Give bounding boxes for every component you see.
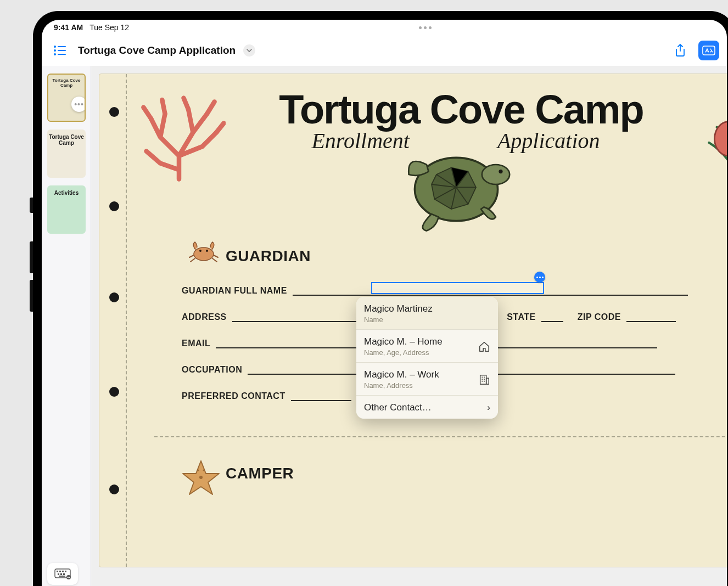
svg-point-22 [194, 247, 214, 261]
building-icon [478, 374, 490, 386]
multitask-grabber-icon[interactable] [419, 26, 432, 29]
svg-point-4 [54, 53, 56, 55]
svg-rect-14 [63, 573, 65, 575]
keyboard-toggle-button[interactable]: ••• [47, 563, 78, 585]
markup-icon [702, 46, 715, 55]
svg-point-20 [499, 170, 502, 173]
section-heading-guardian: GUARDIAN [226, 247, 311, 265]
page-thumbnail-3[interactable]: Activities [47, 185, 86, 234]
hole-punch-icon [109, 484, 119, 494]
svg-rect-30 [481, 376, 483, 377]
hole-punch-icon [109, 387, 119, 397]
svg-rect-32 [481, 379, 483, 380]
svg-rect-12 [58, 573, 59, 575]
label-state: STATE [507, 312, 536, 322]
label-occupation: OCCUPATION [182, 365, 242, 375]
home-icon [478, 341, 490, 353]
share-icon [675, 44, 686, 57]
svg-rect-34 [481, 380, 483, 381]
svg-point-24 [206, 250, 208, 252]
svg-point-25 [199, 476, 203, 479]
autofill-suggestion-3[interactable]: Magico M. – Work Name, Address [356, 363, 498, 396]
svg-rect-35 [484, 380, 485, 381]
active-text-field[interactable] [371, 282, 544, 294]
page-header: Tortuga Cove Camp Enrollment Application [99, 74, 727, 159]
svg-point-26 [198, 470, 199, 471]
label-preferred-contact: PREFERRED CONTACT [182, 391, 285, 401]
svg-rect-8 [57, 571, 58, 572]
suggestion-sub: Name, Address [364, 381, 472, 390]
workspace: Tortuga Cove Camp ••• Tortuga Cove Camp … [42, 66, 727, 586]
share-button[interactable] [670, 41, 691, 60]
suggestion-title: Magico M. – Home [364, 336, 472, 347]
chevron-down-icon [247, 48, 252, 53]
svg-rect-33 [484, 379, 485, 380]
subtitle-application: Application [497, 128, 600, 154]
other-contact-label: Other Contact… [364, 402, 480, 413]
hole-punch-icon [109, 201, 119, 211]
autofill-other-contact[interactable]: Other Contact… › [356, 396, 498, 419]
status-time: 9:41 AM [54, 23, 83, 32]
svg-text:•••: ••• [67, 576, 70, 579]
input-zip[interactable] [626, 312, 676, 322]
autofill-suggestion-1[interactable]: Magico Martinez Name [356, 297, 498, 330]
screen: 9:41 AM Tue Sep 12 Tortuga Cove Camp [42, 20, 727, 586]
input-preferred-contact[interactable] [291, 391, 351, 401]
suggestion-sub: Name [364, 315, 490, 324]
thumbnail-more-button[interactable]: ••• [71, 97, 86, 112]
svg-rect-5 [58, 54, 66, 55]
svg-rect-29 [486, 378, 489, 384]
svg-rect-15 [59, 576, 65, 577]
input-email[interactable] [216, 339, 369, 348]
chevron-right-icon: › [487, 402, 490, 413]
label-full-name: GUARDIAN FULL NAME [182, 286, 287, 296]
label-email: EMAIL [182, 339, 210, 348]
input-place-of-work[interactable] [483, 365, 675, 375]
svg-rect-3 [58, 50, 66, 51]
crab-illustration [187, 239, 220, 264]
svg-rect-9 [59, 571, 61, 572]
svg-rect-11 [65, 571, 66, 572]
svg-rect-10 [62, 571, 64, 572]
subtitle-enrollment: Enrollment [311, 128, 410, 154]
document-menu-button[interactable] [243, 44, 255, 57]
svg-rect-13 [60, 573, 62, 575]
suggestion-title: Magico M. – Work [364, 369, 472, 380]
document-toolbar: Tortuga Cove Camp Application [42, 35, 727, 66]
document-canvas[interactable]: Tortuga Cove Camp Enrollment Application… [91, 66, 727, 586]
svg-point-2 [54, 49, 56, 52]
ipad-frame: 9:41 AM Tue Sep 12 Tortuga Cove Camp [33, 11, 728, 586]
svg-point-0 [54, 46, 56, 48]
label-address: ADDRESS [182, 312, 227, 322]
camp-title: Tortuga Cove Camp [215, 91, 708, 129]
thumbnails-toggle-button[interactable] [49, 41, 70, 60]
autofill-suggestion-2[interactable]: Magico M. – Home Name, Age, Address [356, 330, 498, 363]
hole-punch-icon [109, 292, 119, 302]
input-state[interactable] [541, 312, 563, 322]
page-1: Tortuga Cove Camp Enrollment Application… [99, 74, 727, 567]
list-icon [53, 45, 66, 56]
section-divider [154, 436, 727, 437]
svg-rect-28 [480, 375, 486, 384]
svg-point-27 [203, 470, 205, 471]
status-date: Tue Sep 12 [89, 23, 129, 32]
markup-button[interactable] [698, 41, 719, 60]
section-heading-camper: CAMPER [226, 465, 294, 482]
keyboard-icon: ••• [54, 568, 71, 579]
svg-rect-31 [484, 376, 485, 377]
input-address[interactable] [232, 312, 375, 322]
label-zip: ZIP CODE [578, 312, 621, 322]
svg-point-23 [199, 250, 201, 252]
document-title[interactable]: Tortuga Cove Camp Application [78, 44, 236, 57]
autofill-indicator-icon[interactable] [534, 272, 545, 283]
svg-rect-6 [703, 46, 715, 55]
page-thumbnail-2[interactable]: Tortuga Cove Camp [47, 129, 86, 178]
starfish-illustration [182, 458, 220, 497]
page-thumbnail-1[interactable]: Tortuga Cove Camp ••• [47, 74, 86, 122]
autofill-popover: Magico Martinez Name Magico M. – Home Na… [356, 297, 498, 419]
svg-point-19 [482, 165, 509, 184]
svg-rect-1 [58, 46, 66, 47]
status-bar: 9:41 AM Tue Sep 12 [42, 20, 727, 35]
thumbnail-sidebar[interactable]: Tortuga Cove Camp ••• Tortuga Cove Camp … [42, 66, 91, 586]
suggestion-sub: Name, Age, Address [364, 348, 472, 357]
